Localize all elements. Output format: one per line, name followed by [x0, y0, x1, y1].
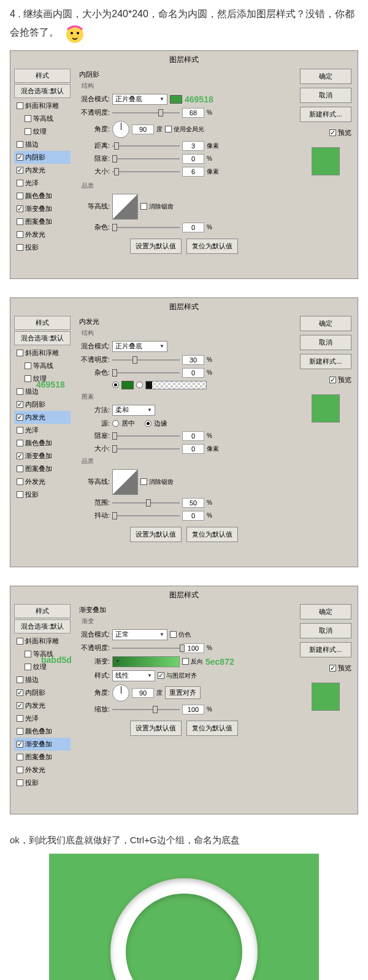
style-checkbox[interactable] [17, 715, 23, 722]
style-checkbox[interactable] [17, 350, 23, 356]
angle-value[interactable]: 90 [132, 124, 154, 134]
cancel-button[interactable]: 取消 [300, 88, 351, 103]
blend-mode-select[interactable]: 正片叠底 [112, 341, 167, 352]
range-slider[interactable] [112, 499, 180, 507]
style-item-6[interactable]: 光泽 [14, 424, 71, 437]
style-checkbox[interactable] [25, 375, 31, 382]
styles-header[interactable]: 样式 [14, 69, 71, 83]
gradient-radio[interactable] [136, 381, 143, 388]
style-checkbox[interactable] [25, 664, 31, 670]
make-default-button[interactable]: 设置为默认值 [130, 721, 182, 736]
style-item-11[interactable]: 投影 [14, 241, 71, 254]
style-item-11[interactable]: 投影 [14, 488, 71, 501]
style-item-0[interactable]: 斜面和浮雕 [14, 346, 71, 359]
make-default-button[interactable]: 设置为默认值 [130, 239, 182, 254]
style-checkbox[interactable] [17, 702, 23, 709]
style-checkbox[interactable] [17, 779, 23, 786]
style-checkbox[interactable] [17, 465, 23, 472]
reverse-checkbox[interactable] [182, 658, 189, 665]
style-checkbox[interactable] [17, 741, 23, 748]
styles-header[interactable]: 样式 [14, 604, 71, 618]
jitter-slider[interactable] [112, 511, 180, 520]
preview-checkbox[interactable] [329, 665, 336, 672]
preview-checkbox[interactable] [329, 129, 336, 136]
styles-header[interactable]: 样式 [14, 316, 71, 330]
style-checkbox[interactable] [17, 427, 23, 434]
style-item-9[interactable]: 图案叠加 [14, 462, 71, 475]
style-item-4[interactable]: 内阴影 [14, 398, 71, 411]
style-item-3[interactable]: 描边 [14, 673, 71, 686]
style-checkbox[interactable] [17, 102, 23, 109]
style-checkbox[interactable] [17, 440, 23, 446]
method-select[interactable]: 柔和 [112, 405, 155, 416]
style-checkbox[interactable] [17, 478, 23, 485]
style-item-3[interactable]: 描边 [14, 138, 71, 151]
antialias-checkbox[interactable] [140, 203, 147, 210]
style-item-10[interactable]: 外发光 [14, 764, 71, 776]
style-item-9[interactable]: 图案叠加 [14, 215, 71, 228]
blend-options-header[interactable]: 混合选项:默认 [14, 619, 71, 634]
cancel-button[interactable]: 取消 [300, 623, 351, 638]
jitter-value[interactable]: 0 [182, 511, 204, 521]
range-value[interactable]: 50 [182, 498, 204, 508]
style-checkbox[interactable] [17, 244, 23, 251]
cancel-button[interactable]: 取消 [300, 335, 351, 350]
color-swatch[interactable] [170, 95, 182, 104]
style-item-10[interactable]: 外发光 [14, 475, 71, 488]
contour-picker[interactable] [112, 194, 138, 220]
style-item-2[interactable]: 纹理 [14, 125, 71, 138]
noise-slider[interactable] [112, 369, 180, 377]
dither-checkbox[interactable] [170, 631, 177, 638]
global-light-checkbox[interactable] [165, 126, 172, 132]
reset-align-button[interactable]: 重置对齐 [165, 686, 201, 699]
ok-button[interactable]: 确定 [300, 604, 351, 619]
style-item-8[interactable]: 渐变叠加 [14, 450, 71, 462]
angle-dial[interactable] [112, 684, 129, 702]
style-checkbox[interactable] [17, 728, 23, 735]
style-checkbox[interactable] [17, 231, 23, 238]
style-item-10[interactable]: 外发光 [14, 228, 71, 241]
choke-value[interactable]: 0 [182, 431, 204, 441]
style-checkbox[interactable] [17, 754, 23, 760]
style-select[interactable]: 线性 [112, 670, 155, 681]
style-item-5[interactable]: 内发光 [14, 164, 71, 177]
align-checkbox[interactable] [158, 672, 164, 679]
style-item-11[interactable]: 投影 [14, 776, 71, 789]
style-item-1[interactable]: 等高线 [14, 359, 71, 372]
blend-options-header[interactable]: 混合选项:默认 [14, 331, 71, 345]
source-center-radio[interactable] [112, 420, 119, 427]
noise-value[interactable]: 0 [182, 223, 204, 232]
choke-slider[interactable] [112, 432, 180, 440]
size-value[interactable]: 6 [182, 167, 204, 177]
make-default-button[interactable]: 设置为默认值 [130, 527, 182, 542]
reset-default-button[interactable]: 复位为默认值 [186, 239, 238, 254]
style-item-8[interactable]: 渐变叠加 [14, 738, 71, 751]
style-checkbox[interactable] [25, 128, 31, 135]
style-item-8[interactable]: 渐变叠加 [14, 202, 71, 215]
style-item-0[interactable]: 斜面和浮雕 [14, 99, 71, 112]
gradient-picker[interactable] [145, 381, 207, 389]
opacity-value[interactable]: 30 [182, 355, 204, 365]
style-item-0[interactable]: 斜面和浮雕 [14, 635, 71, 648]
style-checkbox[interactable] [17, 388, 23, 395]
distance-value[interactable]: 3 [182, 141, 204, 151]
gradient-picker[interactable] [112, 656, 180, 667]
size-slider[interactable] [112, 167, 180, 176]
ok-button[interactable]: 确定 [300, 316, 351, 331]
glow-color-swatch[interactable] [121, 381, 134, 389]
style-item-4[interactable]: 内阴影 [14, 686, 71, 699]
scale-slider[interactable] [112, 705, 180, 714]
size-value[interactable]: 0 [182, 444, 204, 454]
noise-slider[interactable] [112, 223, 180, 232]
reset-default-button[interactable]: 复位为默认值 [186, 721, 238, 736]
style-item-6[interactable]: 光泽 [14, 177, 71, 189]
style-checkbox[interactable] [17, 141, 23, 148]
style-checkbox[interactable] [17, 193, 23, 199]
angle-dial[interactable] [112, 121, 129, 138]
style-checkbox[interactable] [17, 491, 23, 498]
style-checkbox[interactable] [25, 651, 31, 657]
style-item-1[interactable]: 等高线 [14, 112, 71, 125]
preview-checkbox[interactable] [329, 377, 336, 383]
style-item-7[interactable]: 颜色叠加 [14, 189, 71, 202]
ok-button[interactable]: 确定 [300, 69, 351, 84]
